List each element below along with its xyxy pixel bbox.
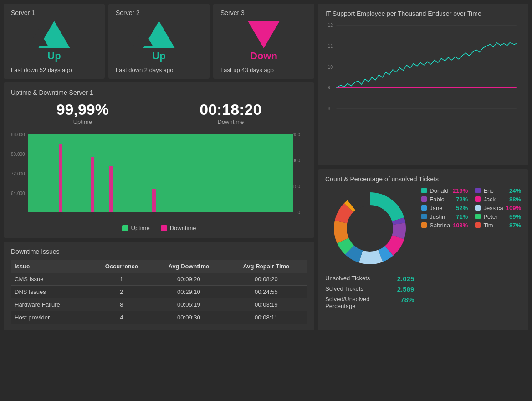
- svg-text:12: 12: [327, 23, 333, 28]
- cell-2: 00:05:19: [152, 298, 225, 311]
- downtime-issues-title: Downtime Issues: [11, 248, 307, 255]
- donut-legend-item: Tim 87%: [475, 222, 521, 229]
- cell-2: 00:09:20: [152, 273, 225, 286]
- table-header-row: Issue Occurrence Avg Downtime Avg Repair…: [11, 260, 307, 273]
- downtime-section: Downtime Issues Issue Occurrence Avg Dow…: [4, 242, 314, 330]
- server1-up-icon: [38, 21, 70, 48]
- legend-name: Fabio: [430, 196, 453, 203]
- table-row: Hardware Failure800:05:1900:03:19: [11, 298, 307, 311]
- line-chart-svg: 12 11 10 9 8: [325, 21, 521, 112]
- dashboard: Server 1 Up Last down 52 days ago Server…: [0, 0, 532, 334]
- donut-legend-item: Justin 71%: [421, 213, 468, 220]
- donut-legend-item: Sabrina 103%: [421, 222, 468, 229]
- cell-0: CMS Issue: [11, 273, 91, 286]
- svg-text:10: 10: [327, 65, 333, 70]
- server2-status: Up: [116, 50, 202, 62]
- donut-left: Unsolved Tickets 2.025 Solved Tickets 2.…: [325, 187, 414, 312]
- svg-point-62: [347, 206, 393, 251]
- legend-color-dot: [475, 205, 481, 211]
- legend-color-dot: [421, 214, 427, 219]
- line-chart-area: 12 11 10 9 8: [325, 21, 521, 112]
- legend-name: Donald: [430, 187, 450, 194]
- svg-text:88.000: 88.000: [11, 132, 25, 137]
- legend-pct: 72%: [456, 196, 468, 203]
- legend-pct: 87%: [509, 222, 521, 229]
- stat-unsolved: Unsolved Tickets 2.025: [325, 275, 414, 283]
- uptime-metric: 99,99% Uptime: [56, 101, 109, 125]
- donut-title: Count & Percentage of unsolved Tickets: [325, 175, 521, 183]
- server3-title: Server 3: [220, 9, 245, 16]
- legend-pct: 109%: [506, 205, 521, 211]
- col-avg-downtime: Avg Downtime: [152, 260, 225, 273]
- downtime-metric: 00:18:20 Downtime: [200, 101, 261, 125]
- donut-legend-item: Donald 219%: [421, 187, 468, 194]
- legend-name: Eric: [483, 187, 506, 194]
- percentage-label: Solved/Unsolved Percentage: [325, 296, 393, 309]
- svg-rect-11: [109, 166, 113, 212]
- legend-uptime-label: Uptime: [131, 225, 150, 231]
- legend-color-dot: [421, 205, 427, 211]
- cell-3: 00:24:55: [225, 286, 307, 298]
- stat-solved: Solved Tickets 2.589: [325, 285, 414, 293]
- legend-name: Jessica: [483, 205, 503, 211]
- legend-color-dot: [475, 214, 481, 219]
- server3-status: Down: [220, 50, 307, 62]
- stat-percentage: Solved/Unsolved Percentage 78%: [325, 296, 414, 309]
- legend-color-dot: [421, 188, 427, 193]
- cell-1: 4: [91, 311, 152, 324]
- donut-content: Unsolved Tickets 2.025 Solved Tickets 2.…: [325, 187, 521, 312]
- legend-downtime-dot: [161, 225, 167, 231]
- svg-rect-9: [59, 144, 62, 212]
- svg-text:72.000: 72.000: [11, 171, 25, 176]
- col-occurrence: Occurrence: [91, 260, 152, 273]
- downtime-label: Downtime: [200, 118, 261, 125]
- svg-text:8: 8: [327, 106, 330, 111]
- legend-pct: 71%: [456, 213, 468, 220]
- right-column: IT Support Employee per Thousand Enduser…: [318, 4, 528, 330]
- server1-last-info: Last down 52 days ago: [11, 67, 97, 73]
- cell-3: 00:03:19: [225, 298, 307, 311]
- legend-downtime: Downtime: [161, 225, 196, 231]
- col-issue: Issue: [11, 260, 91, 273]
- legend-downtime-label: Downtime: [170, 225, 196, 231]
- uptime-label: Uptime: [56, 118, 109, 125]
- legend-name: Jane: [430, 205, 453, 211]
- donut-legend-item: Eric 24%: [475, 187, 521, 194]
- legend-uptime: Uptime: [122, 225, 150, 231]
- donut-section: Count & Percentage of unsolved Tickets: [318, 169, 528, 331]
- uptime-title: Uptime & Downtime Server 1: [11, 89, 307, 96]
- table-row: Host provider400:09:3000:08:11: [11, 311, 307, 324]
- cell-1: 2: [91, 286, 152, 298]
- left-column: Server 1 Up Last down 52 days ago Server…: [4, 4, 318, 330]
- legend-name: Tim: [483, 222, 506, 229]
- chart-legend: Uptime Downtime: [11, 225, 307, 231]
- cell-1: 1: [91, 273, 152, 286]
- server1-status: Up: [11, 50, 97, 62]
- table-row: DNS Issues200:29:1000:24:55: [11, 286, 307, 298]
- server3-down-icon: [248, 21, 280, 48]
- uptime-value: 99,99%: [56, 101, 109, 118]
- uptime-chart-area: 88.000 80.000 72.000 64.000 450 300 150 …: [11, 130, 307, 221]
- cell-3: 00:08:20: [225, 273, 307, 286]
- svg-marker-8: [28, 134, 293, 212]
- percentage-value: 78%: [400, 296, 414, 309]
- svg-text:9: 9: [327, 85, 330, 90]
- legend-pct: 219%: [453, 187, 468, 194]
- legend-uptime-dot: [122, 225, 128, 231]
- uptime-section: Uptime & Downtime Server 1 99,99% Uptime…: [4, 82, 314, 238]
- uptime-metrics: 99,99% Uptime 00:18:20 Downtime: [11, 101, 307, 125]
- svg-text:150: 150: [292, 184, 300, 189]
- server-cards-row: Server 1 Up Last down 52 days ago Server…: [4, 4, 314, 79]
- cell-0: Host provider: [11, 311, 91, 324]
- donut-legend-item: Fabio 72%: [421, 196, 468, 203]
- legend-name: Justin: [430, 213, 453, 220]
- cell-1: 8: [91, 298, 152, 311]
- cell-0: Hardware Failure: [11, 298, 91, 311]
- server3-last-info: Last up 43 days ago: [220, 67, 307, 73]
- unsolved-label: Unsolved Tickets: [325, 275, 370, 283]
- unsolved-value: 2.025: [397, 275, 414, 283]
- svg-rect-12: [152, 189, 156, 212]
- cell-2: 00:09:30: [152, 311, 225, 324]
- server2-title: Server 2: [116, 9, 140, 16]
- svg-rect-10: [91, 157, 94, 212]
